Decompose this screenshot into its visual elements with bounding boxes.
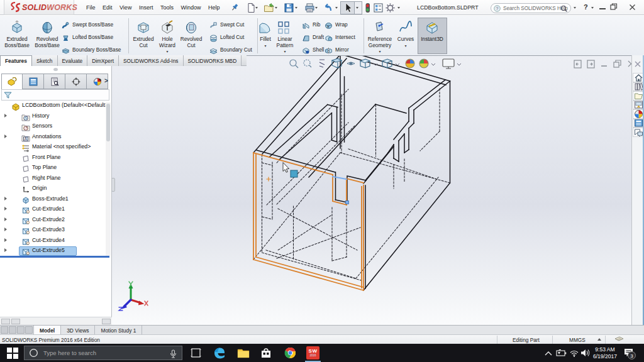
svg-text:A: A [25, 136, 28, 141]
svg-text:?: ? [496, 6, 499, 11]
